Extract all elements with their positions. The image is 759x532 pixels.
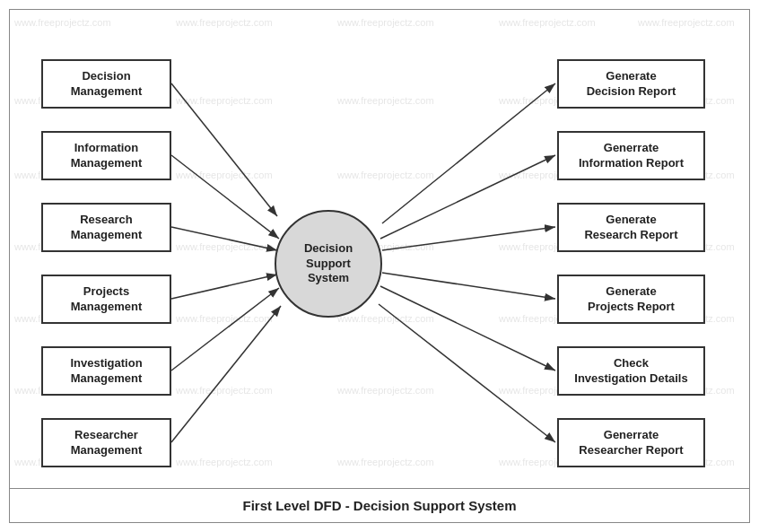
gen-projects-report-box: GenerateProjects Report xyxy=(557,275,705,324)
svg-line-5 xyxy=(171,288,279,371)
investigation-management-box: InvestigationManagement xyxy=(41,346,171,396)
diagram-container: www.freeprojectz.com www.freeprojectz.co… xyxy=(9,9,750,523)
gen-research-report-box: GenerateResearch Report xyxy=(557,203,705,252)
gen-decision-report-label: GenerateDecision Report xyxy=(587,69,676,100)
title-bar: First Level DFD - Decision Support Syste… xyxy=(10,488,749,522)
wm1: www.freeprojectz.com xyxy=(14,17,111,28)
diagram-title: First Level DFD - Decision Support Syste… xyxy=(242,498,516,513)
svg-line-4 xyxy=(171,275,277,299)
wm23: www.freeprojectz.com xyxy=(337,313,434,324)
gen-projects-report-label: GenerateProjects Report xyxy=(588,284,675,315)
gen-research-report-label: GenerateResearch Report xyxy=(584,213,677,243)
wm4: www.freeprojectz.com xyxy=(499,17,596,28)
svg-line-9 xyxy=(382,227,555,250)
decision-management-box: DecisionManagement xyxy=(41,59,171,109)
check-investigation-label: CheckInvestigation Details xyxy=(574,356,687,387)
svg-line-7 xyxy=(382,83,555,223)
wm28: www.freeprojectz.com xyxy=(337,385,434,396)
wm8: www.freeprojectz.com xyxy=(337,95,434,106)
investigation-management-label: InvestigationManagement xyxy=(70,356,142,387)
wm17: www.freeprojectz.com xyxy=(176,241,273,252)
projects-management-label: ProjectsManagement xyxy=(71,284,142,315)
svg-line-6 xyxy=(171,306,281,442)
wm13: www.freeprojectz.com xyxy=(337,170,434,180)
information-management-label: InformationManagement xyxy=(71,141,142,171)
svg-line-11 xyxy=(380,286,555,371)
wm32: www.freeprojectz.com xyxy=(176,457,273,467)
wm3: www.freeprojectz.com xyxy=(337,17,434,28)
research-management-box: ResearchManagement xyxy=(41,203,171,252)
information-management-box: InformationManagement xyxy=(41,131,171,180)
projects-management-box: ProjectsManagement xyxy=(41,275,171,324)
gen-decision-report-box: GenerateDecision Report xyxy=(557,59,705,109)
svg-line-12 xyxy=(379,304,555,442)
wm33: www.freeprojectz.com xyxy=(337,457,434,467)
decision-management-label: DecisionManagement xyxy=(71,69,142,100)
wm5: www.freeprojectz.com xyxy=(638,17,735,28)
svg-line-10 xyxy=(382,273,555,299)
svg-line-8 xyxy=(380,155,555,239)
svg-line-3 xyxy=(171,227,277,250)
center-circle-label: DecisionSupportSystem xyxy=(304,241,353,287)
research-management-label: ResearchManagement xyxy=(71,213,142,243)
check-investigation-box: CheckInvestigation Details xyxy=(557,346,705,396)
wm27: www.freeprojectz.com xyxy=(176,385,273,396)
wm7: www.freeprojectz.com xyxy=(176,95,273,106)
svg-line-1 xyxy=(171,83,277,216)
gen-info-report-box: GenerrateInformation Report xyxy=(557,131,705,180)
svg-line-2 xyxy=(171,155,279,239)
gen-researcher-report-box: GenerrateResearcher Report xyxy=(557,418,705,467)
wm2: www.freeprojectz.com xyxy=(176,17,273,28)
gen-info-report-label: GenerrateInformation Report xyxy=(579,141,684,171)
researcher-management-box: ResearcherManagement xyxy=(41,418,171,467)
wm22: www.freeprojectz.com xyxy=(176,313,273,324)
wm12: www.freeprojectz.com xyxy=(176,170,273,180)
gen-researcher-report-label: GenerrateResearcher Report xyxy=(579,428,683,458)
researcher-management-label: ResearcherManagement xyxy=(71,428,142,458)
center-circle: DecisionSupportSystem xyxy=(275,210,382,318)
